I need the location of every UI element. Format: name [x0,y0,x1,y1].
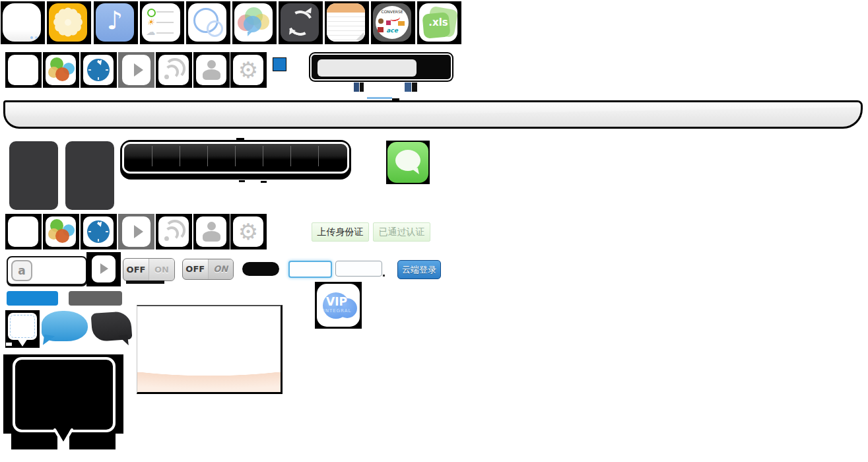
divider [290,146,291,166]
segmented-toolbar[interactable] [120,140,351,180]
blue-square-swatch [273,57,286,71]
search-input[interactable] [317,59,417,77]
black-pill-button[interactable] [242,262,279,276]
icon-tile [193,214,230,249]
text-input-focused[interactable] [288,261,332,278]
icon-tile [43,214,79,249]
orange-circle-icon [55,67,69,81]
rss-arc [164,58,185,79]
sun-icon: ☀ [147,17,154,27]
vip-badge-icon[interactable]: VIP INTEGRAL [317,284,360,327]
user-icon[interactable] [196,216,226,247]
play-triangle-icon [100,263,108,274]
card-pink-arc [137,372,281,392]
icon-tile: VIP INTEGRAL [315,282,362,329]
chip [6,343,12,346]
person-head [207,222,216,230]
reminders-list-icon[interactable]: ☀ ☁ [142,3,180,42]
tick [98,239,99,242]
toggle-off-label: OFF [183,259,208,279]
gear-glyph: ⚙ [233,216,263,247]
music-note-icon[interactable]: ♪ [96,3,134,42]
tick-mark [239,180,245,182]
search-field[interactable]: a [7,256,87,285]
divider [180,146,180,166]
toggle-switch-1[interactable]: OFF ON [123,258,175,281]
xls-export-icon[interactable]: .xls [419,3,457,42]
clock-icon[interactable] [83,55,114,85]
dark-search-bar[interactable] [309,52,453,82]
play-chip-button[interactable] [92,255,116,282]
tick [106,69,108,71]
icon-tile [156,52,192,88]
toggle-switch-2[interactable]: OFF ON [182,259,234,280]
toggle-on-label: ON [208,259,234,279]
card-panel [137,305,283,394]
divider [235,146,236,166]
bubble-tail-icon [248,32,252,36]
blank-white-icon[interactable] [8,55,38,85]
blue-button[interactable] [7,291,58,306]
dot-icon [35,36,38,39]
play-button-icon[interactable] [122,55,150,85]
gray-button[interactable] [69,291,122,306]
search-bar-frame [310,53,452,81]
bubble-tail-icon [17,339,28,346]
icon-tile [47,1,91,44]
cloud-icon: ☁ [146,26,155,37]
icon-tile [232,1,277,44]
messages-icon[interactable] [387,142,428,183]
brand-ace-label: ace [373,27,411,34]
white-speech-bubble [8,313,37,340]
flower-center-icon [65,19,71,26]
chat-bubbles-icon[interactable] [234,3,273,42]
dot-icon [30,36,33,39]
icon-tile: ⚙ [230,214,267,249]
brands-collage-icon[interactable]: CONVERSE ace [373,3,411,42]
play-button-icon[interactable] [122,216,150,247]
blank-white-icon[interactable] [8,216,38,247]
cloud-login-button[interactable]: 云端登录 [397,260,441,279]
blue-underline [367,97,392,99]
divider [263,146,263,166]
clock-icon[interactable] [83,216,114,247]
blank-white-app-icon[interactable] [3,3,41,42]
divider [207,146,208,166]
vip-subtitle: INTEGRAL [317,308,358,314]
person-head [207,60,216,69]
resize-dot [383,275,385,277]
green-ring-icon [147,9,156,17]
icon-tile [81,52,117,88]
rss-icon[interactable] [158,216,189,247]
upload-id-button[interactable]: 上传身份证 [312,222,369,242]
dark-swatch [412,82,417,92]
color-shapes-icon[interactable] [46,216,76,247]
page-curl-icon [356,32,364,40]
text-input[interactable] [335,261,382,277]
icon-tile [325,1,369,44]
icon-tile: ⚙ [230,52,267,88]
gear-icon[interactable]: ⚙ [233,55,263,85]
icon-tile [118,52,154,88]
orange-circle-icon [55,229,69,243]
toggle-off-label: OFF [123,259,149,280]
circle-icon [207,20,223,37]
toggle-shadow [126,280,164,284]
linked-circles-icon[interactable] [188,3,226,42]
sync-arrows-icon[interactable] [281,3,319,42]
dark-panel-sprite [9,141,58,210]
list-line [156,22,174,23]
icon-tile: ☀ ☁ [140,1,184,44]
rss-icon[interactable] [158,55,189,85]
user-icon[interactable] [196,55,226,85]
notes-icon[interactable] [327,3,365,42]
gear-icon[interactable]: ⚙ [233,216,263,247]
brand-converse-label: CONVERSE [373,9,411,14]
photos-flower-icon[interactable] [49,3,87,42]
dark-panel-sprite [65,141,114,210]
icon-tile [5,310,40,348]
tick [88,69,91,71]
segmented-toolbar-face [122,142,349,174]
verified-badge: 已通过认证 [373,222,430,242]
color-shapes-icon[interactable] [46,55,76,85]
